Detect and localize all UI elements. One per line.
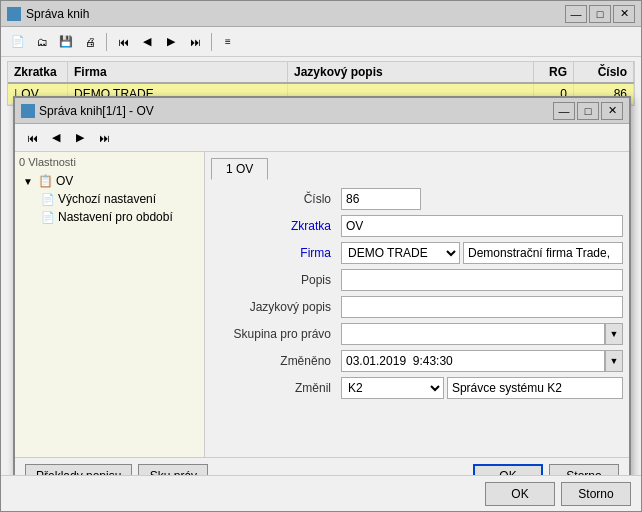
skupina-dropdown-btn[interactable]: ▼	[605, 323, 623, 345]
tree-item-nastaveni[interactable]: 📄 Nastavení pro období	[37, 208, 200, 226]
label-zkratka: Zkratka	[211, 219, 341, 233]
inner-close-btn[interactable]: ✕	[601, 102, 623, 120]
tab-strip: 1 OV	[211, 158, 623, 180]
col-zkratka: Zkratka	[8, 62, 68, 82]
next-btn[interactable]: ▶	[160, 31, 182, 53]
inner-last-btn[interactable]: ⏭	[93, 127, 115, 149]
inner-prev-btn[interactable]: ◀	[45, 127, 67, 149]
inner-maximize-btn[interactable]: □	[577, 102, 599, 120]
zmeneno-field[interactable]	[341, 350, 605, 372]
tree-section-label: 0 Vlastnosti	[19, 156, 200, 168]
tree-item-ov-label: OV	[56, 174, 73, 188]
zmeneno-wrapper: ▼	[341, 350, 623, 372]
new-doc-btn[interactable]: 📄	[7, 31, 29, 53]
col-rg: RG	[534, 62, 574, 82]
print-btn[interactable]: 🖨	[79, 31, 101, 53]
tree-children: 📄 Výchozí nastavení 📄 Nastavení pro obdo…	[19, 190, 200, 226]
col-firma: Firma	[68, 62, 288, 82]
firma-select[interactable]: DEMO TRADE	[341, 242, 460, 264]
cislo-field[interactable]	[341, 188, 421, 210]
inner-first-btn[interactable]: ⏮	[21, 127, 43, 149]
zmenil-extra[interactable]	[447, 377, 623, 399]
firma-wrapper: DEMO TRADE	[341, 242, 623, 264]
zkratka-field[interactable]	[341, 215, 623, 237]
label-skupina: Skupina pro právo	[211, 327, 341, 341]
inner-content: 0 Vlastnosti ▼ 📋 OV 📄 Výchozí nastavení …	[15, 152, 629, 457]
outer-titlebar: Správa knih — □ ✕	[1, 1, 641, 27]
outer-ok-btn[interactable]: OK	[485, 482, 555, 506]
right-panel: 1 OV Číslo Zkratka	[205, 152, 629, 457]
skupina-wrapper: ▼	[341, 323, 623, 345]
last-btn[interactable]: ⏭	[184, 31, 206, 53]
form-row-popis: Popis	[211, 269, 623, 291]
tree-item-vychozi-icon: 📄	[41, 193, 55, 206]
table-header: Zkratka Firma Jazykový popis RG Číslo	[8, 62, 634, 84]
toolbar-sep1	[106, 33, 107, 51]
outer-close-btn[interactable]: ✕	[613, 5, 635, 23]
form-row-zkratka: Zkratka	[211, 215, 623, 237]
form-row-firma: Firma DEMO TRADE	[211, 242, 623, 264]
inner-title-icon	[21, 104, 35, 118]
popis-field[interactable]	[341, 269, 623, 291]
outer-minimize-btn[interactable]: —	[565, 5, 587, 23]
col-jazykpopis: Jazykový popis	[288, 62, 534, 82]
outer-title-text: Správa knih	[26, 7, 89, 21]
col-cislo: Číslo	[574, 62, 634, 82]
form-area: Číslo Zkratka Firma DEMO TRADE	[211, 188, 623, 451]
toolbar-sep2	[211, 33, 212, 51]
inner-title: Správa knih[1/1] - OV	[21, 104, 154, 118]
zmeneno-dropdown-btn[interactable]: ▼	[605, 350, 623, 372]
label-firma: Firma	[211, 246, 341, 260]
inner-next-btn[interactable]: ▶	[69, 127, 91, 149]
tree-item-vychozi-label: Výchozí nastavení	[58, 192, 156, 206]
tab-1ov[interactable]: 1 OV	[211, 158, 268, 180]
skupina-field[interactable]	[341, 323, 605, 345]
label-zmeneno: Změněno	[211, 354, 341, 368]
outer-window: Správa knih — □ ✕ 📄 🗂 💾 🖨 ⏮ ◀ ▶ ⏭ ≡ Zkra…	[0, 0, 642, 512]
zmenil-wrapper: K2	[341, 377, 623, 399]
zmenil-select[interactable]: K2	[341, 377, 444, 399]
save-btn[interactable]: 💾	[55, 31, 77, 53]
outer-buttons: OK Storno	[1, 475, 641, 511]
open-btn[interactable]: 🗂	[31, 31, 53, 53]
tree-item-ov-icon: 📋	[38, 174, 53, 188]
form-row-cislo: Číslo	[211, 188, 623, 210]
outer-title-icon	[7, 7, 21, 21]
inner-titlebar: Správa knih[1/1] - OV — □ ✕	[15, 98, 629, 124]
inner-minimize-btn[interactable]: —	[553, 102, 575, 120]
tree-item-ov[interactable]: ▼ 📋 OV	[19, 172, 200, 190]
form-row-skupina: Skupina pro právo ▼	[211, 323, 623, 345]
outer-storno-btn[interactable]: Storno	[561, 482, 631, 506]
first-btn[interactable]: ⏮	[112, 31, 134, 53]
form-row-jazykpopis: Jazykový popis	[211, 296, 623, 318]
outer-toolbar: 📄 🗂 💾 🖨 ⏮ ◀ ▶ ⏭ ≡	[1, 27, 641, 57]
label-cislo: Číslo	[211, 192, 341, 206]
form-row-zmeneno: Změněno ▼	[211, 350, 623, 372]
inner-toolbar: ⏮ ◀ ▶ ⏭	[15, 124, 629, 152]
outer-titlebar-controls: — □ ✕	[565, 5, 635, 23]
outer-title: Správa knih	[7, 7, 89, 21]
extra-btn[interactable]: ≡	[217, 31, 239, 53]
tree-item-vychozi[interactable]: 📄 Výchozí nastavení	[37, 190, 200, 208]
firma-extra[interactable]	[463, 242, 623, 264]
label-zmenil: Změnil	[211, 381, 341, 395]
tree-expand-icon: ▼	[23, 176, 35, 187]
inner-titlebar-controls: — □ ✕	[553, 102, 623, 120]
label-popis: Popis	[211, 273, 341, 287]
inner-dialog: Správa knih[1/1] - OV — □ ✕ ⏮ ◀ ▶ ⏭ 0 Vl…	[13, 96, 631, 496]
tree-item-nastaveni-icon: 📄	[41, 211, 55, 224]
label-jazykpopis: Jazykový popis	[211, 300, 341, 314]
inner-title-text: Správa knih[1/1] - OV	[39, 104, 154, 118]
tree-item-nastaveni-label: Nastavení pro období	[58, 210, 173, 224]
form-row-zmenil: Změnil K2	[211, 377, 623, 399]
outer-maximize-btn[interactable]: □	[589, 5, 611, 23]
tree-panel: 0 Vlastnosti ▼ 📋 OV 📄 Výchozí nastavení …	[15, 152, 205, 457]
jazykovy-popis-field[interactable]	[341, 296, 623, 318]
prev-btn[interactable]: ◀	[136, 31, 158, 53]
